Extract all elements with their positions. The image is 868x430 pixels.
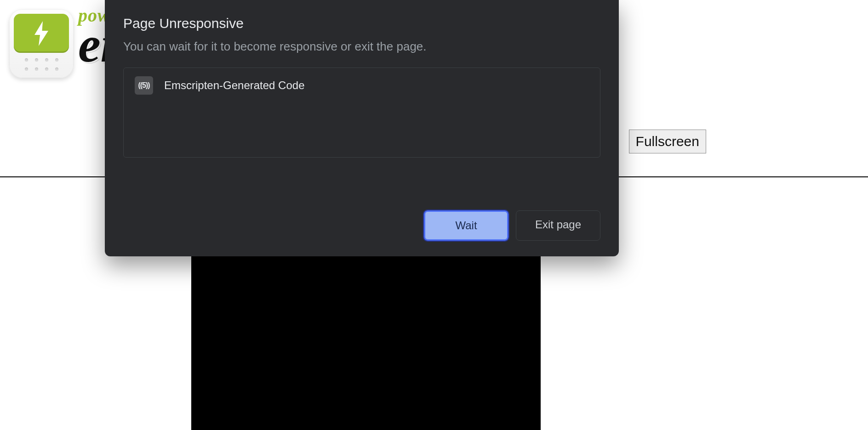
svg-marker-0	[34, 21, 48, 46]
dialog-title: Page Unresponsive	[123, 16, 600, 31]
exit-page-button[interactable]: Exit page	[516, 210, 600, 241]
page-favicon-icon: ((5))	[135, 76, 153, 95]
list-item: ((5)) Emscripten-Generated Code	[135, 76, 589, 95]
fullscreen-button[interactable]: Fullscreen	[629, 130, 706, 153]
dialog-actions: Wait Exit page	[123, 192, 600, 241]
wait-button[interactable]: Wait	[424, 210, 508, 241]
page-item-label: Emscripten-Generated Code	[164, 79, 304, 92]
dialog-subtitle: You can wait for it to become responsive…	[123, 40, 600, 54]
bolt-icon	[33, 21, 50, 46]
logo-block	[9, 9, 74, 78]
page-unresponsive-dialog: Page Unresponsive You can wait for it to…	[105, 0, 619, 256]
emscripten-logo-icon	[9, 9, 74, 78]
unresponsive-pages-list: ((5)) Emscripten-Generated Code	[123, 68, 600, 158]
